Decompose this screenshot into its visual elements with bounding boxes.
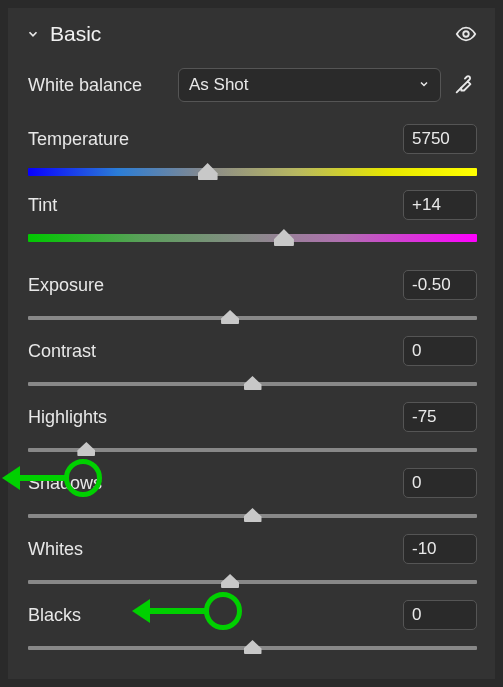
whites-param: Whites -10 (26, 534, 477, 592)
white-balance-label: White balance (28, 75, 168, 96)
shadows-label: Shadows (28, 473, 102, 494)
temperature-param: Temperature 5750 (26, 124, 477, 182)
svg-point-0 (463, 31, 469, 37)
chevron-down-icon (418, 76, 430, 94)
tint-param: Tint +14 (26, 190, 477, 248)
panel-header-left: Basic (26, 22, 101, 46)
contrast-slider[interactable] (28, 372, 477, 394)
slider-track (28, 580, 477, 584)
tint-slider[interactable] (28, 226, 477, 248)
blacks-value[interactable]: 0 (403, 600, 477, 630)
highlights-value[interactable]: -75 (403, 402, 477, 432)
blacks-head: Blacks 0 (28, 600, 477, 630)
temperature-head: Temperature 5750 (28, 124, 477, 154)
exposure-param: Exposure -0.50 (26, 270, 477, 328)
tint-label: Tint (28, 195, 57, 216)
slider-thumb[interactable] (244, 508, 262, 522)
slider-track (28, 316, 477, 320)
chevron-down-icon[interactable] (26, 27, 40, 41)
temperature-value[interactable]: 5750 (403, 124, 477, 154)
contrast-label: Contrast (28, 341, 96, 362)
slider-thumb[interactable] (244, 640, 262, 654)
slider-thumb[interactable] (221, 310, 239, 324)
slider-thumb[interactable] (244, 376, 262, 390)
whites-head: Whites -10 (28, 534, 477, 564)
exposure-slider[interactable] (28, 306, 477, 328)
whites-value[interactable]: -10 (403, 534, 477, 564)
whites-slider[interactable] (28, 570, 477, 592)
basic-panel: Basic White balance As Shot Temperature … (8, 8, 495, 679)
tint-head: Tint +14 (28, 190, 477, 220)
panel-header: Basic (26, 22, 477, 46)
blacks-param: Blacks 0 (26, 600, 477, 658)
exposure-label: Exposure (28, 275, 104, 296)
blacks-slider[interactable] (28, 636, 477, 658)
eye-icon[interactable] (455, 23, 477, 45)
highlights-slider[interactable] (28, 438, 477, 460)
white-balance-value: As Shot (189, 75, 249, 95)
temperature-slider[interactable] (28, 160, 477, 182)
white-balance-row: White balance As Shot (26, 68, 477, 102)
highlights-label: Highlights (28, 407, 107, 428)
shadows-head: Shadows 0 (28, 468, 477, 498)
slider-thumb[interactable] (77, 442, 95, 456)
slider-track (28, 234, 477, 242)
slider-thumb[interactable] (274, 229, 294, 246)
white-balance-select[interactable]: As Shot (178, 68, 441, 102)
highlights-head: Highlights -75 (28, 402, 477, 432)
exposure-head: Exposure -0.50 (28, 270, 477, 300)
contrast-value[interactable]: 0 (403, 336, 477, 366)
contrast-param: Contrast 0 (26, 336, 477, 394)
shadows-param: Shadows 0 (26, 468, 477, 526)
shadows-value[interactable]: 0 (403, 468, 477, 498)
shadows-slider[interactable] (28, 504, 477, 526)
temperature-label: Temperature (28, 129, 129, 150)
panel-title: Basic (50, 22, 101, 46)
highlights-param: Highlights -75 (26, 402, 477, 460)
exposure-value[interactable]: -0.50 (403, 270, 477, 300)
slider-track (28, 168, 477, 176)
contrast-head: Contrast 0 (28, 336, 477, 366)
tint-value[interactable]: +14 (403, 190, 477, 220)
blacks-label: Blacks (28, 605, 81, 626)
slider-thumb[interactable] (198, 163, 218, 180)
eyedropper-icon[interactable] (451, 72, 477, 98)
whites-label: Whites (28, 539, 83, 560)
slider-thumb[interactable] (221, 574, 239, 588)
